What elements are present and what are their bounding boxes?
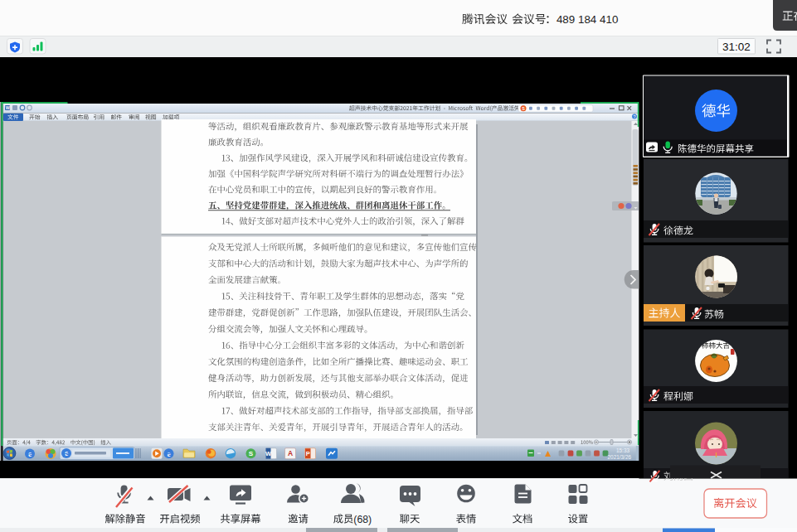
svg-text:489 184 410: 489 184 410 [556,13,618,26]
svg-text:W: W [6,105,11,110]
svg-text:2021/3/26: 2021/3/26 [608,454,632,460]
svg-text:15:33: 15:33 [616,447,629,453]
svg-text:S: S [522,106,525,111]
svg-text:P: P [306,450,310,457]
svg-text:W: W [265,450,272,457]
svg-text:S: S [249,450,254,457]
svg-text:A: A [288,449,293,457]
svg-text:?: ? [633,114,635,119]
svg-text:(68): (68) [353,514,372,525]
svg-text:31:02: 31:02 [722,41,751,53]
